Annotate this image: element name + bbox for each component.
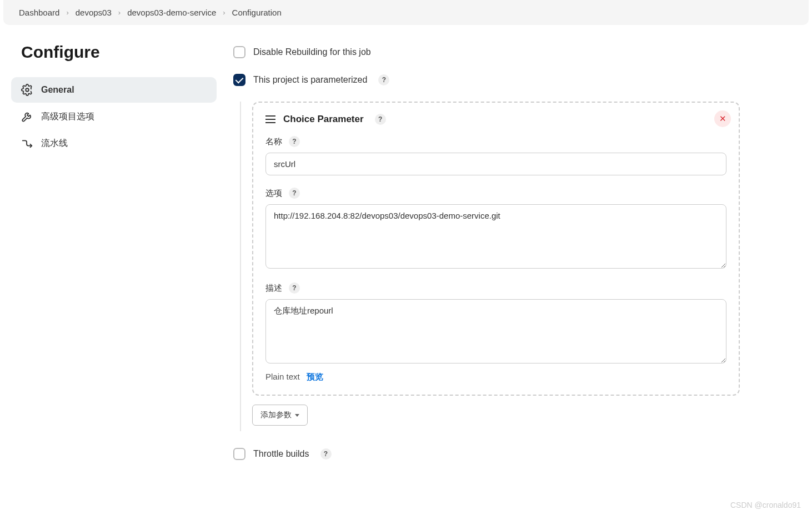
sidebar: Configure General 高级项目选项 流水线 [11,36,217,476]
sidebar-item-general[interactable]: General [11,77,217,103]
format-label: Plain text [265,372,300,381]
option-disable-rebuild: Disable Rebuilding for this job [233,46,740,58]
help-icon[interactable]: ? [320,448,332,460]
sidebar-item-pipeline[interactable]: 流水线 [11,130,217,156]
sidebar-item-label: 流水线 [41,138,68,149]
chevron-right-icon: › [118,8,121,17]
breadcrumb-item-current[interactable]: Configuration [232,8,282,17]
chevron-right-icon: › [66,8,68,17]
sidebar-item-label: General [41,85,74,95]
field-label-description: 描述 [265,283,282,294]
chevron-down-icon [295,414,299,417]
checkbox-disable-rebuild[interactable] [233,46,245,58]
option-label: This project is parameterized [253,75,367,85]
add-parameter-label: 添加参数 [260,410,292,420]
pipeline-icon [21,137,33,149]
field-label-name: 名称 [265,137,282,147]
help-icon[interactable]: ? [375,114,386,125]
sidebar-item-label: 高级项目选项 [41,111,94,123]
gear-icon [21,84,33,96]
option-parameterized: This project is parameterized ? [233,74,740,86]
svg-point-0 [26,88,29,92]
checkbox-throttle[interactable] [233,448,245,460]
field-label-choices: 选项 [265,188,282,199]
page-title: Configure [21,43,217,62]
preview-link[interactable]: 预览 [307,372,323,381]
help-icon[interactable]: ? [289,282,300,294]
option-label: Disable Rebuilding for this job [253,47,371,57]
help-icon[interactable]: ? [378,74,389,85]
parameter-choices-input[interactable] [265,204,726,269]
help-icon[interactable]: ? [289,188,300,199]
content: Disable Rebuilding for this job This pro… [233,36,806,476]
chevron-right-icon: › [223,8,225,17]
parameter-section: Choice Parameter ? ✕ 名称 ? 选项 ? [240,102,740,431]
parameter-type-title: Choice Parameter [283,114,364,125]
breadcrumb-item-job[interactable]: devops03-demo-service [127,8,216,17]
drag-handle-icon[interactable] [265,115,275,123]
option-throttle: Throttle builds ? [233,448,740,460]
option-label: Throttle builds [253,449,309,459]
parameter-name-input[interactable] [265,153,726,175]
parameter-description-input[interactable] [265,299,726,363]
wrench-icon [21,110,33,123]
delete-parameter-button[interactable]: ✕ [714,110,731,127]
help-icon[interactable]: ? [289,136,300,147]
checkbox-parameterized[interactable] [233,74,245,86]
breadcrumb-item-dashboard[interactable]: Dashboard [19,8,59,17]
breadcrumb: Dashboard › devops03 › devops03-demo-ser… [3,0,809,25]
breadcrumb-item-folder[interactable]: devops03 [76,8,112,17]
add-parameter-button[interactable]: 添加参数 [252,405,308,426]
sidebar-item-advanced[interactable]: 高级项目选项 [11,104,217,129]
parameter-panel: Choice Parameter ? ✕ 名称 ? 选项 ? [252,102,740,396]
